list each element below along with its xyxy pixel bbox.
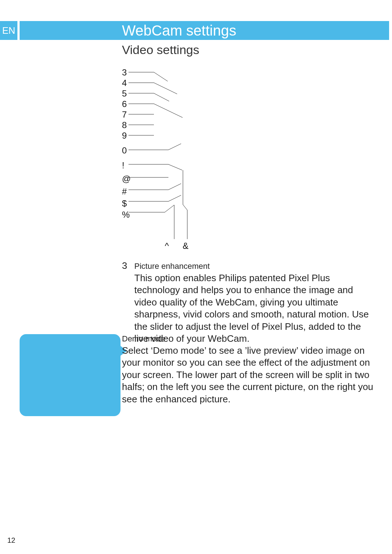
- item-heading: Picture enhancement: [134, 262, 210, 271]
- item-number: 3: [122, 260, 134, 272]
- item-demo-mode: Demo mode Select ‘Demo mode’ to see a ’l…: [122, 332, 377, 405]
- side-callout-box: [20, 334, 121, 416]
- page-title-bar: WebCam settings: [20, 21, 389, 40]
- callout-diagram: 3 4 5 6 7 8 9 0 ! @ # $ % ^&: [122, 67, 209, 252]
- item-heading: Demo mode: [122, 334, 166, 343]
- section-heading: Video settings: [122, 43, 199, 57]
- diagram-lines: [128, 69, 208, 254]
- item-body: Select ‘Demo mode’ to see a ’live previe…: [122, 345, 377, 406]
- language-tab: EN: [0, 21, 17, 40]
- page-number: 12: [7, 536, 15, 545]
